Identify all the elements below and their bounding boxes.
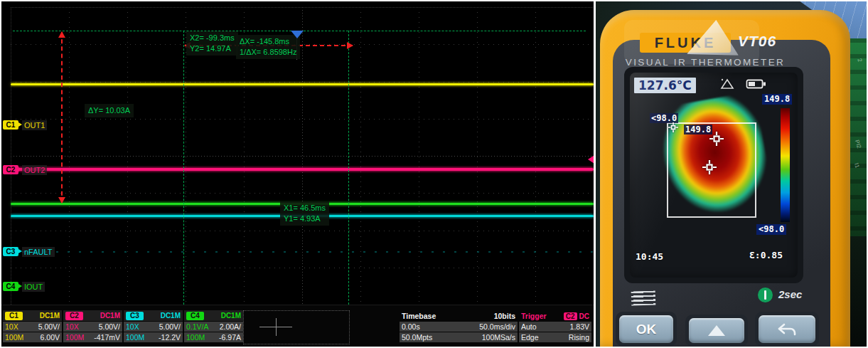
scale-max-label: 149.8 (762, 94, 792, 105)
channel-bw-c2: 100M (65, 333, 84, 342)
screenshot-pair: X2= -99.3ms Y2= 14.97A ΔX= -145.8ms 1/ΔX… (0, 0, 868, 348)
grid-line (11, 231, 593, 231)
scale-min-label: <98.0 (756, 224, 786, 235)
timebase-box[interactable]: Timebase 10bits 0.00s50.0ms/div 50.0Mpts… (400, 310, 518, 342)
channel-marker-c3[interactable]: C3 (3, 247, 18, 256)
channel-box-c4-header: C4 DC1M (184, 310, 243, 321)
cursor-readout-dx: ΔX= -145.8ms 1/ΔX= 6.8598Hz (236, 35, 300, 59)
oscilloscope-screen: X2= -99.3ms Y2= 14.97A ΔX= -145.8ms 1/ΔX… (1, 1, 594, 347)
channel-badge-c3: C3 (126, 312, 144, 320)
waveform-label-c4: IOUT (22, 282, 45, 292)
timebase-scale: 50.0ms/div (479, 322, 515, 331)
up-button[interactable] (685, 315, 748, 347)
trigger-level: 1.83V (570, 322, 589, 331)
waveform-label-c1: OUT1 (22, 120, 47, 130)
trigger-slope: Rising (569, 333, 589, 342)
grid-line (11, 156, 593, 157)
cursor-dx-value: ΔX= -145.8ms (240, 36, 296, 47)
thermal-display: 127.6°C 149.8 <98.0 <98.0 149.8 (630, 73, 798, 278)
channel-box-c4[interactable]: C4 DC1M 0.1V/A2.00A/ 100M-6.97A (184, 310, 243, 344)
timebase-delay: 0.00s (402, 322, 420, 331)
channel-scale-c3: 5.00V/ (159, 322, 181, 331)
waveform-label-c2: OUT2 (22, 165, 47, 175)
cursor-x2-line[interactable] (183, 31, 184, 305)
battery-icon (746, 78, 767, 90)
channel-scale-c2: 5.00V/ (99, 322, 120, 331)
channel-box-c2-header: C2 DC1M (63, 310, 122, 321)
cursor-x1-line[interactable] (348, 31, 349, 305)
channel-coupling-c4: DC1M (221, 312, 241, 320)
model-label: VT06 (738, 33, 776, 50)
status-bar: C1 DC1M 10X5.00V/ 100M6.00V C2 DC1M 10X5… (1, 305, 594, 347)
cursor-x2-value: X2= -99.3ms (190, 33, 235, 43)
channel-offset-c2: -417mV (94, 333, 120, 342)
hot-spot-label: 149.8 (684, 125, 712, 135)
trigger-title: Trigger (521, 312, 547, 320)
back-button[interactable] (755, 312, 819, 347)
channel-coupling-c1: DC1M (40, 312, 60, 320)
grid-line (11, 119, 593, 120)
trace-c2 (11, 168, 594, 171)
grid-line (11, 268, 593, 268)
ok-button[interactable]: OK (616, 312, 677, 347)
cursor-dy-value: ΔY= 10.03A (88, 105, 130, 116)
channel-box-c1[interactable]: C1 DC1M 10X5.00V/ 100M6.00V (3, 310, 62, 344)
clock-readout: 10:45 (636, 251, 663, 262)
delta-y-arrow-icon (61, 32, 63, 203)
center-temp-readout: 127.6°C (634, 78, 696, 93)
cursor-y1-value: Y1= 4.93A (284, 213, 326, 224)
up-arrow-icon (708, 325, 725, 336)
emissivity-readout: Ɛ:0.85 (749, 250, 783, 260)
channel-coupling-c2: DC1M (100, 312, 120, 320)
channel-marker-c1[interactable]: C1 (3, 120, 18, 130)
cursor-readout-dy: ΔY= 10.03A (85, 104, 134, 117)
timebase-bits: 10bits (494, 312, 515, 320)
alarm-icon (719, 78, 735, 90)
trace-c3-baseline (11, 251, 594, 253)
channel-badge-c4: C4 (186, 312, 204, 320)
trigger-level-marker-icon[interactable] (588, 155, 594, 164)
back-arrow-icon (777, 323, 797, 336)
channel-badge-c1: C1 (5, 312, 23, 320)
crosshair-icon (276, 318, 277, 336)
channel-bw-c1: 100M (5, 333, 23, 342)
channel-probe-c4: 0.1V/A (186, 322, 209, 331)
trigger-mode: Auto (521, 322, 537, 331)
channel-box-c3-header: C3 DC1M (124, 310, 183, 321)
trigger-coupling: DC (579, 312, 589, 320)
channel-probe-c1: 10X (5, 322, 18, 331)
channel-offset-c1: 6.00V (41, 333, 60, 342)
trigger-source-badge: C2 (564, 312, 577, 320)
channel-bw-c4: 100M (186, 333, 205, 342)
channel-probe-c2: 10X (65, 322, 79, 331)
channel-scale-c1: 5.00V/ (38, 322, 60, 331)
cursor-readout-x2y2: X2= -99.3ms Y2= 14.97A (186, 31, 238, 56)
temperature-colorbar (781, 108, 790, 222)
channel-coupling-c3: DC1M (161, 312, 181, 320)
trigger-position-marker-icon[interactable] (291, 31, 304, 38)
thermometer-photo: 2 PI2 I1 FLUKE VT06 VISUAL IR THERMOMETE… (596, 1, 867, 347)
cursor-invdx-value: 1/ΔX= 6.8598Hz (240, 47, 296, 58)
menu-icon (631, 290, 656, 305)
cold-spot-crosshair-icon (668, 122, 678, 132)
device-subtitle: VISUAL IR THERMOMETER (621, 57, 789, 68)
channel-offset-c4: -6.97A (219, 333, 241, 342)
trigger-box[interactable]: Trigger C2 DC Auto1.83V EdgeRising (519, 310, 591, 342)
cursor-readout-x1y1: X1= 46.5ms Y1= 4.93A (280, 201, 329, 226)
cursor-y2-value: Y2= 14.97A (190, 43, 235, 54)
channel-box-c3[interactable]: C3 DC1M 10X5.00V/ 100M-12.2V (124, 310, 183, 344)
channel-scale-c4: 2.00A/ (220, 322, 241, 331)
channel-box-c1-header: C1 DC1M (3, 310, 62, 321)
channel-box-c2[interactable]: C2 DC1M 10X5.00V/ 100M-417mV (63, 310, 122, 344)
channel-marker-c4[interactable]: C4 (3, 282, 18, 291)
timebase-memory: 50.0Mpts (402, 333, 432, 342)
trigger-type: Edge (521, 333, 539, 342)
zoom-preview-box[interactable] (243, 310, 350, 344)
channel-badge-c2: C2 (65, 312, 83, 320)
channel-offset-c3: -12.2V (159, 333, 181, 342)
cursor-x1-value: X1= 46.5ms (284, 203, 326, 213)
waveform-label-c3: nFAULT (22, 247, 55, 257)
channel-bw-c3: 100M (126, 333, 144, 342)
grid-line (11, 82, 593, 83)
channel-marker-c2[interactable]: C2 (3, 165, 18, 174)
